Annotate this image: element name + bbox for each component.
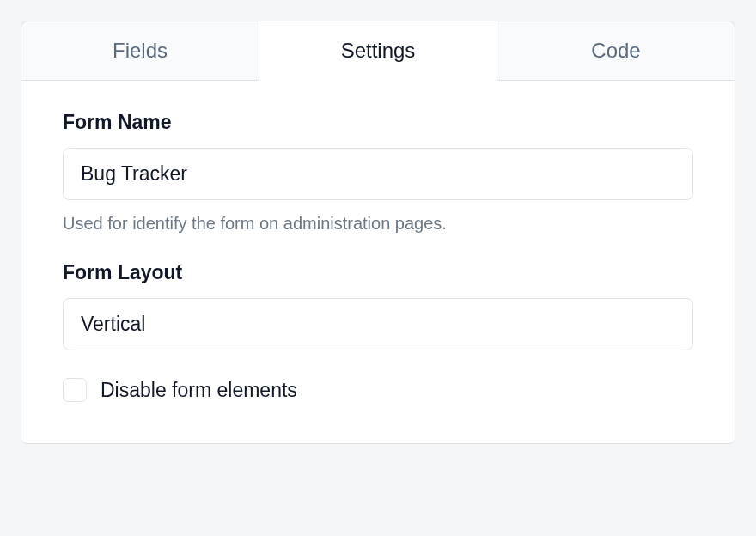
disable-checkbox[interactable] — [63, 378, 87, 402]
tab-fields[interactable]: Fields — [21, 21, 259, 81]
form-name-label: Form Name — [63, 111, 693, 134]
form-layout-select[interactable] — [63, 298, 693, 350]
form-disable-group: Disable form elements — [63, 378, 693, 402]
form-layout-label: Form Layout — [63, 261, 693, 284]
disable-checkbox-label[interactable]: Disable form elements — [101, 379, 297, 402]
form-name-input[interactable] — [63, 148, 693, 200]
form-name-help: Used for identify the form on administra… — [63, 214, 693, 234]
tab-settings[interactable]: Settings — [259, 21, 497, 81]
form-layout-group: Form Layout — [63, 261, 693, 350]
form-settings-container: Fields Settings Code Form Name Used for … — [21, 21, 735, 444]
tabs-list: Fields Settings Code — [21, 21, 735, 81]
tab-code[interactable]: Code — [497, 21, 735, 81]
disable-checkbox-row: Disable form elements — [63, 378, 693, 402]
settings-panel: Form Name Used for identify the form on … — [21, 80, 735, 444]
form-layout-select-wrapper — [63, 298, 693, 350]
form-name-group: Form Name Used for identify the form on … — [63, 111, 693, 234]
